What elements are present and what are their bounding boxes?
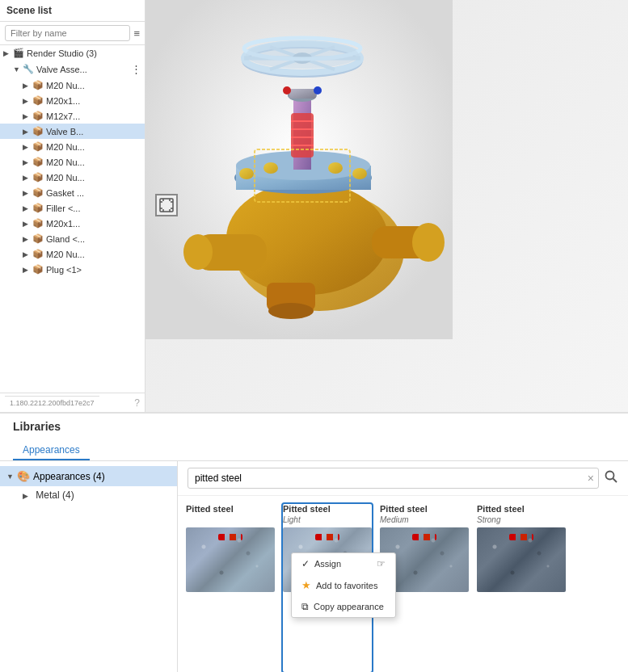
cursor-icon: ☞ <box>377 558 386 569</box>
metal-label: Metal (4) <box>36 489 74 501</box>
part-icon: 📦 <box>32 249 44 259</box>
context-menu-assign[interactable]: ✓ Assign ☞ <box>292 553 395 574</box>
material-card-pitted-steel-base[interactable]: Pitted steel <box>186 504 275 672</box>
chevron-right-icon: ▶ <box>23 235 31 243</box>
part-icon: 📦 <box>32 264 44 275</box>
material-grid: Pitted steel Pitted steel Light <box>178 496 628 672</box>
part-icon: 📦 <box>32 157 44 167</box>
tree-item[interactable]: ▶ 📦 Gland <... <box>0 231 145 246</box>
svg-point-13 <box>183 234 213 270</box>
search-input[interactable] <box>188 468 599 489</box>
context-menu: ✓ Assign ☞ ★ Add to favorites ⧉ Copy app… <box>291 552 396 618</box>
part-icon: 📦 <box>32 218 44 229</box>
chevron-right-icon: ▶ <box>23 112 31 120</box>
part-icon: 📦 <box>32 203 44 213</box>
material-name: Pitted steel <box>380 504 469 514</box>
assign-icon: ✓ <box>301 558 310 569</box>
item-label: M20 Nu... <box>46 158 85 167</box>
metal-sub-item[interactable]: ▶ Metal (4) <box>0 486 177 504</box>
tree-item[interactable]: ▶ 📦 Plug <1> <box>0 262 145 277</box>
focus-icon[interactable] <box>155 194 178 216</box>
copy-icon: ⧉ <box>301 601 309 612</box>
libraries-left-panel: ▼ 🎨 Appearances (4) ▶ Metal (4) <box>0 461 178 672</box>
filter-input[interactable] <box>5 25 130 41</box>
valve-3d-model <box>145 0 453 339</box>
scene-root-label: Render Studio (3) <box>27 48 97 58</box>
chevron-down-icon: ▼ <box>6 472 15 481</box>
tree-item[interactable]: ▶ 📦 Gasket ... <box>0 185 145 200</box>
scene-tree: ▶ 🎬 Render Studio (3) ▼ 🔧 Valve Asse... … <box>0 45 145 393</box>
svg-rect-32 <box>289 89 316 99</box>
clear-search-button[interactable]: × <box>588 472 594 485</box>
svg-point-15 <box>412 223 445 262</box>
filter-bar: ≡ <box>0 22 145 45</box>
list-icon[interactable]: ≡ <box>133 27 140 40</box>
item-label: M20 Nu... <box>46 142 85 152</box>
version-label: 1.180.2212.200fbd17e2c7 <box>5 396 99 410</box>
assign-label: Assign <box>314 559 341 569</box>
tree-item[interactable]: ▶ 📦 M20 Nu... <box>0 170 145 185</box>
tree-item[interactable]: ▶ 📦 Filler <... <box>0 200 145 216</box>
item-label: Plug <1> <box>46 265 82 275</box>
item-label: M12x7... <box>46 111 80 121</box>
star-icon: ★ <box>301 579 311 591</box>
material-sub: Strong <box>477 515 566 524</box>
svg-point-22 <box>263 162 278 174</box>
part-icon: 📦 <box>32 80 44 90</box>
chevron-right-icon: ▶ <box>23 250 31 258</box>
chevron-right-icon: ▶ <box>23 97 31 105</box>
chevron-right-icon: ▶ <box>23 128 31 136</box>
material-name: Pitted steel <box>283 504 372 514</box>
tree-item[interactable]: ▶ 📦 M20 Nu... <box>0 78 145 93</box>
svg-point-45 <box>246 41 359 69</box>
svg-point-21 <box>239 168 254 179</box>
chevron-right-icon: ▶ <box>23 174 31 182</box>
item-label: Gasket ... <box>46 188 84 198</box>
more-options-icon[interactable]: ⋮ <box>131 63 141 75</box>
tree-item[interactable]: ▶ 📦 M20 Nu... <box>0 154 145 170</box>
tree-item-selected[interactable]: ▶ 📦 Valve B... <box>0 124 145 139</box>
material-card-pitted-steel-strong[interactable]: Pitted steel Strong <box>477 504 566 672</box>
help-icon[interactable]: ? <box>134 397 140 409</box>
tree-item[interactable]: ▶ 📦 M20 Nu... <box>0 139 145 154</box>
scene-list-panel: Scene list ≡ ▶ 🎬 Render Studio (3) ▼ 🔧 V… <box>0 0 145 412</box>
material-name: Pitted steel <box>477 504 566 514</box>
material-card-pitted-steel-light[interactable]: Pitted steel Light ✓ Assign ☞ ★ <box>283 504 372 672</box>
part-icon: 📦 <box>32 187 44 198</box>
svg-point-23 <box>328 162 343 174</box>
svg-line-48 <box>613 479 617 483</box>
chevron-right-icon: ▶ <box>3 49 11 57</box>
material-sub: Light <box>283 515 372 524</box>
libraries-header: Libraries <box>0 414 628 439</box>
material-thumbnail <box>477 527 566 592</box>
svg-point-17 <box>268 303 314 319</box>
tree-item[interactable]: ▶ 📦 M20 Nu... <box>0 246 145 262</box>
assembly-item[interactable]: ▼ 🔧 Valve Asse... ⋮ <box>0 61 145 78</box>
libraries-content: ▼ 🎨 Appearances (4) ▶ Metal (4) × <box>0 461 628 672</box>
tree-item[interactable]: ▶ 📦 M20x1... <box>0 93 145 108</box>
svg-point-33 <box>283 86 291 94</box>
chevron-right-icon: ▶ <box>23 82 31 90</box>
context-menu-copy[interactable]: ⧉ Copy appearance <box>292 596 395 617</box>
tree-item[interactable]: ▶ 📦 M12x7... <box>0 108 145 124</box>
svg-point-34 <box>314 86 322 94</box>
item-label: Gland <... <box>46 234 85 244</box>
item-label: M20x1... <box>46 96 80 106</box>
part-icon: 📦 <box>32 111 44 121</box>
tree-item[interactable]: ▶ 📦 M20x1... <box>0 216 145 231</box>
assembly-label: Valve Asse... <box>36 65 87 74</box>
context-menu-favorites[interactable]: ★ Add to favorites <box>292 574 395 596</box>
material-sub: Medium <box>380 515 469 524</box>
appearances-root-item[interactable]: ▼ 🎨 Appearances (4) <box>0 466 177 486</box>
tab-appearances[interactable]: Appearances <box>13 439 90 460</box>
scene-root-item[interactable]: ▶ 🎬 Render Studio (3) <box>0 45 145 61</box>
search-button[interactable] <box>604 469 618 487</box>
item-label: M20 Nu... <box>46 173 85 183</box>
chevron-right-icon: ▶ <box>23 266 31 274</box>
item-label: M20 Nu... <box>46 250 85 259</box>
chevron-right-icon: ▶ <box>23 143 31 151</box>
copy-label: Copy appearance <box>314 602 384 611</box>
part-icon: 📦 <box>32 141 44 152</box>
appearances-icon: 🎨 <box>17 470 30 482</box>
item-label: M20 Nu... <box>46 81 85 90</box>
